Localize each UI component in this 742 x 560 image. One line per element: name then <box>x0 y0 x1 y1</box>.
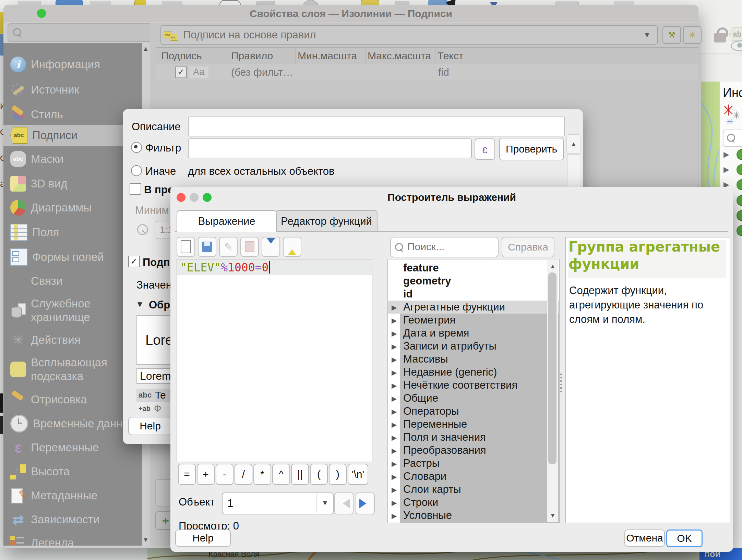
sidebar-item-metadata[interactable]: ✎ Метаданные <box>3 486 142 505</box>
new-expression-button[interactable] <box>177 237 195 257</box>
processing-group-row[interactable]: ▶ <box>721 149 742 160</box>
sidebar-scrollbar[interactable]: ▲ <box>142 43 150 109</box>
tree-group[interactable]: ▶Растры <box>388 457 559 470</box>
tree-group[interactable]: ▶Слои карты <box>388 483 559 496</box>
tree-group[interactable]: ▶Недавние (generic) <box>388 366 559 379</box>
splitter-handle[interactable] <box>560 374 562 393</box>
tree-item-aggregates[interactable]: ▶Агрегатные функции <box>388 301 559 314</box>
else-radio[interactable] <box>131 165 142 176</box>
tree-group[interactable]: ▶Условные <box>388 509 559 522</box>
sidebar-item-joins[interactable]: Связи <box>3 271 142 291</box>
automated-placement-button[interactable]: ✳ <box>683 26 702 44</box>
rule-help-button[interactable]: Help <box>128 417 172 435</box>
cancel-button[interactable]: Отмена <box>624 529 665 547</box>
tree-group[interactable]: ▶Словари <box>388 470 559 483</box>
feature-combo[interactable]: 1 ▼ <box>222 492 334 514</box>
tree-group[interactable]: ▶Операторы <box>388 405 559 418</box>
tree-group[interactable]: ▶Поля и значения <box>388 431 559 444</box>
collapse-triangle-icon[interactable]: ▼ <box>136 300 144 309</box>
sidebar-item-attributes-form[interactable]: Формы полей <box>3 247 142 267</box>
text-tab-row[interactable]: abc Te <box>136 389 171 402</box>
sidebar-item-legend[interactable]: Легенда <box>3 533 142 546</box>
tree-group[interactable]: ▶Преобразования <box>388 444 559 457</box>
tree-group[interactable]: ▶Геометрия <box>388 314 559 327</box>
tree-group[interactable]: ▶Нечёткие соответствия <box>388 379 559 392</box>
processing-group-row[interactable]: ▶ <box>721 164 742 175</box>
expression-builder-button[interactable]: ε <box>475 138 495 160</box>
operator-button[interactable]: + <box>197 464 215 485</box>
sidebar-item-temporal[interactable]: Временны́е данные <box>3 414 142 433</box>
tree-group[interactable]: ▶Переменные <box>388 418 559 431</box>
function-search-input[interactable] <box>407 240 494 254</box>
window-titlebar[interactable]: Свойства слоя — Изолинии — Подписи <box>3 5 698 22</box>
labeling-mode-dropdown[interactable]: abc abc Подписи на основе правил ▼ <box>160 25 658 45</box>
sidebar-item-elevation[interactable]: ↑ Высота <box>3 462 142 481</box>
operator-button[interactable]: ( <box>310 464 328 485</box>
tree-group[interactable]: ▶Общие <box>388 392 559 405</box>
tree-group[interactable]: ▶Записи и атрибуты <box>388 340 559 353</box>
overlap-checkbox[interactable] <box>130 183 141 195</box>
save-expression-button[interactable] <box>198 237 216 257</box>
sidebar-item-labels[interactable]: abc Подписи <box>3 125 142 146</box>
sidebar-item-fields[interactable]: Поля <box>3 223 142 242</box>
sidebar-item-map-tips[interactable]: Всплывающая подсказка <box>3 352 142 387</box>
label-with-checkbox[interactable]: ✓ <box>128 256 140 267</box>
tree-group[interactable]: ▶Массивы <box>388 353 559 366</box>
export-expression-button[interactable] <box>283 237 301 257</box>
scrollbar-thumb[interactable] <box>548 272 556 464</box>
delete-expression-button[interactable] <box>240 237 259 257</box>
sidebar-item-source[interactable]: Источник <box>3 80 142 99</box>
operator-newline-button[interactable]: '\n' <box>348 464 368 485</box>
tree-item-feature[interactable]: feature <box>388 261 559 275</box>
filter-radio[interactable] <box>131 142 142 153</box>
import-expression-button[interactable] <box>262 237 280 257</box>
operator-button[interactable]: * <box>253 464 271 485</box>
description-input[interactable] <box>188 117 565 136</box>
operator-button[interactable]: ^ <box>272 464 290 485</box>
tree-item-id[interactable]: id <box>388 288 559 301</box>
test-filter-button[interactable]: Проверить <box>499 138 564 160</box>
tab-function-editor[interactable]: Редактор функций <box>275 210 378 232</box>
sidebar-item-style[interactable]: Стиль <box>3 105 142 124</box>
operator-button[interactable]: || <box>291 464 309 485</box>
tree-group[interactable]: ▶Файлы и пути <box>388 522 559 523</box>
next-feature-button[interactable] <box>356 492 375 514</box>
ok-button[interactable]: OK <box>666 529 703 547</box>
sidebar-item-masks[interactable]: abc Маски <box>3 149 142 169</box>
label-settings-button[interactable]: ⚒ <box>662 26 681 44</box>
edit-expression-button[interactable]: ✎ <box>219 237 238 257</box>
processing-search-input[interactable] <box>723 130 742 147</box>
sidebar-item-rendering[interactable]: Отрисовка <box>3 390 142 409</box>
operator-button[interactable]: = <box>178 464 196 485</box>
sheet-scrollbar-up[interactable]: ▲ <box>566 134 581 154</box>
operator-button[interactable]: / <box>235 464 252 485</box>
operator-button[interactable]: - <box>216 464 234 485</box>
sidebar-item-variables[interactable]: ε Переменные <box>3 438 142 457</box>
sidebar-item-auxiliary-storage[interactable]: Служебное хранилище <box>3 293 142 328</box>
sample-text-input[interactable]: Lorem <box>136 368 175 384</box>
tree-scrollbar[interactable]: ▲ ▼ <box>547 260 558 522</box>
sidebar-item-actions[interactable]: ✳ Действия <box>3 330 142 350</box>
rule-row[interactable]: ✓ Aa (без фильт… fid <box>156 64 698 80</box>
expression-editor[interactable]: "ELEV"%1000=0 <box>177 259 372 462</box>
help-button[interactable]: Help <box>175 529 231 547</box>
help-reference-button[interactable]: Справка <box>502 237 554 257</box>
sheet-scrollbar-track[interactable] <box>567 154 580 188</box>
sidebar-item-3d-view[interactable]: 3D вид <box>3 174 142 193</box>
sidebar-item-information[interactable]: i Информация <box>3 55 142 74</box>
tree-group[interactable]: ▶Строки <box>388 496 559 509</box>
tree-item-geometry[interactable]: geometry <box>388 275 559 288</box>
operator-button[interactable]: ) <box>329 464 347 485</box>
sidebar-scrollbar[interactable]: ▼ <box>142 444 150 546</box>
rule-checkbox[interactable]: ✓ <box>175 66 187 78</box>
function-search[interactable] <box>390 237 499 257</box>
tree-group[interactable]: ▶Дата и время <box>388 327 559 340</box>
formatting-tab-row[interactable]: +ab Ф <box>136 402 171 415</box>
properties-search-input[interactable] <box>8 23 152 42</box>
sidebar-item-dependencies[interactable]: ⇄ Зависимости <box>3 510 142 529</box>
tab-expression[interactable]: Выражение <box>177 210 277 232</box>
sidebar-item-diagrams[interactable]: Диаграммы <box>3 198 142 217</box>
filter-input[interactable] <box>188 138 472 158</box>
previous-feature-button[interactable] <box>334 492 354 514</box>
function-tree[interactable]: feature geometry id ▶Агрегатные функции … <box>387 259 560 523</box>
